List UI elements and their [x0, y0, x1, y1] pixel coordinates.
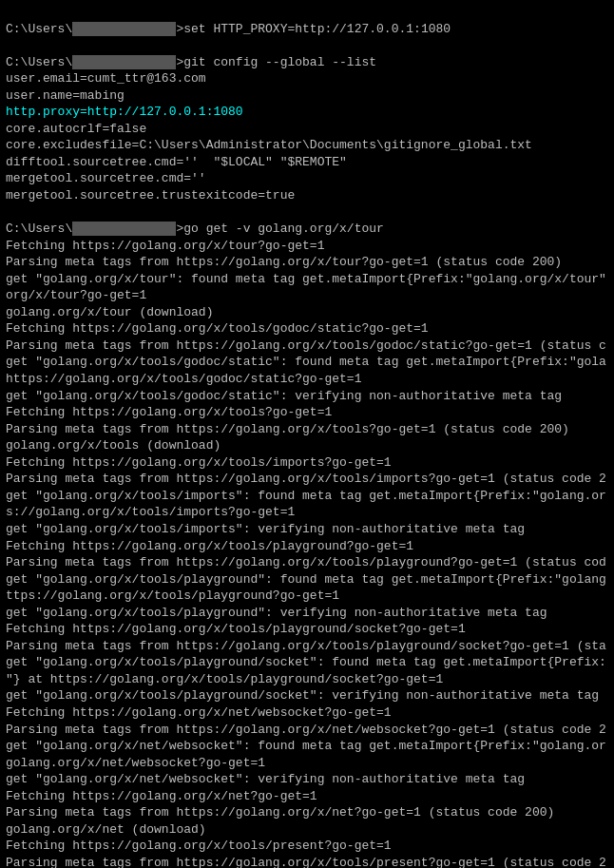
line-6: http.proxy=http://127.0.0.1:1080	[6, 105, 243, 119]
line-8: core.excludesfile=C:\Users\Administrator…	[6, 138, 532, 152]
line-46: Fetching https://golang.org/x/tools/pres…	[6, 839, 392, 853]
line-30: Fetching https://golang.org/x/tools/play…	[6, 539, 413, 553]
line-11: mergetool.sourcetree.trustexitcode=true	[6, 188, 295, 203]
line-19: Parsing meta tags from https://golang.or…	[6, 338, 606, 353]
line-31: Parsing meta tags from https://golang.or…	[6, 555, 606, 569]
line-5: user.name=mabing	[6, 88, 125, 103]
line-43: Fetching https://golang.org/x/net?go-get…	[6, 789, 317, 803]
line-4: user.email=cumt_ttr@163.com	[6, 71, 206, 86]
line-10: mergetool.sourcetree.cmd=''	[6, 171, 206, 185]
line-37: "} at https://golang.org/x/tools/playgro…	[6, 672, 443, 686]
line-18: Fetching https://golang.org/x/tools/godo…	[6, 321, 429, 336]
line-24: Parsing meta tags from https://golang.or…	[6, 422, 569, 436]
line-25: golang.org/x/tools (download)	[6, 438, 221, 453]
line-36: get "golang.org/x/tools/playground/socke…	[6, 655, 606, 669]
line-9: difftool.sourcetree.cmd='' "$LOCAL" "$RE…	[6, 155, 347, 169]
line-34: Fetching https://golang.org/x/tools/play…	[6, 622, 466, 636]
line-32: get "golang.org/x/tools/playground": fou…	[6, 572, 614, 604]
line-33: get "golang.org/x/tools/playground": ver…	[6, 606, 547, 620]
line-3: C:\Users\ >git config --global --list	[6, 55, 376, 69]
line-29: get "golang.org/x/tools/imports": verify…	[6, 522, 525, 536]
line-20: get "golang.org/x/tools/godoc/static": f…	[6, 355, 606, 369]
line-16: get "golang.org/x/tour": found meta tag …	[6, 272, 614, 303]
line-28: get "golang.org/x/tools/imports": found …	[6, 489, 614, 520]
line-22: get "golang.org/x/tools/godoc/static": v…	[6, 389, 562, 403]
terminal-window: C:\Users\ >set HTTP_PROXY=http://127.0.0…	[6, 4, 608, 868]
line-17: golang.org/x/tour (download)	[6, 305, 213, 319]
line-38: get "golang.org/x/tools/playground/socke…	[6, 688, 599, 703]
line-15: Parsing meta tags from https://golang.or…	[6, 255, 562, 269]
line-42: get "golang.org/x/net/websocket": verify…	[6, 772, 525, 786]
line-27: Parsing meta tags from https://golang.or…	[6, 472, 606, 486]
line-1: C:\Users\ >set HTTP_PROXY=http://127.0.0…	[6, 22, 451, 36]
line-14: Fetching https://golang.org/x/tour?go-ge…	[6, 239, 324, 253]
line-21: https://golang.org/x/tools/godoc/static?…	[6, 372, 361, 386]
line-44: Parsing meta tags from https://golang.or…	[6, 805, 554, 820]
line-45: golang.org/x/net (download)	[6, 822, 206, 837]
line-7: core.autocrlf=false	[6, 122, 146, 136]
line-26: Fetching https://golang.org/x/tools/impo…	[6, 455, 392, 470]
line-35: Parsing meta tags from https://golang.or…	[6, 639, 606, 653]
line-39: Fetching https://golang.org/x/net/websoc…	[6, 705, 392, 720]
line-40: Parsing meta tags from https://golang.or…	[6, 723, 606, 737]
line-47: Parsing meta tags from https://golang.or…	[6, 856, 606, 868]
line-13: C:\Users\ >go get -v golang.org/x/tour	[6, 222, 384, 236]
line-23: Fetching https://golang.org/x/tools?go-g…	[6, 405, 332, 419]
line-41: get "golang.org/x/net/websocket": found …	[6, 739, 614, 770]
